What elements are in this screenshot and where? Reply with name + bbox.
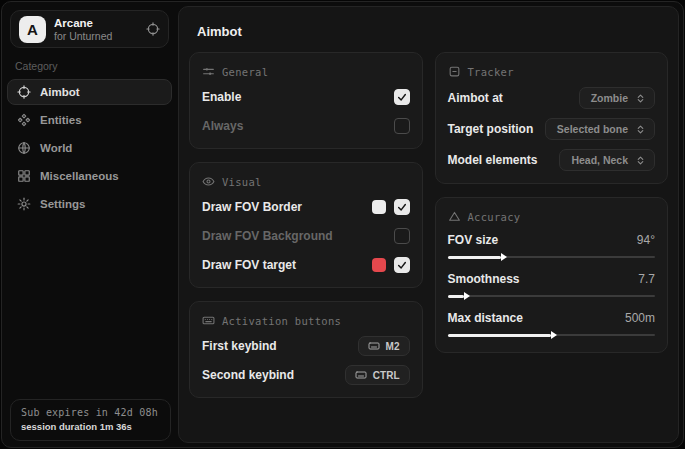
sidebar-item-miscellaneous[interactable]: Miscellaneous (7, 163, 172, 189)
entities-icon (17, 113, 31, 127)
select-value: Selected bone (557, 123, 628, 135)
left-column: General Enable Always (189, 52, 423, 398)
setting-label: Draw FOV Background (202, 229, 333, 243)
setting-row-target-position: Target position Selected bone (448, 118, 656, 140)
session-duration-text: session duration 1m 36s (21, 421, 160, 432)
setting-row-second-keybind: Second keybind CTRL (202, 365, 410, 385)
sidebar-item-entities[interactable]: Entities (7, 107, 172, 133)
setting-row-first-keybind: First keybind M2 (202, 336, 410, 356)
app-window: A Arcane for Unturned Category Aimbot (1, 1, 684, 448)
right-column: Tracker Aimbot at Zombie Target position (435, 52, 669, 353)
select-value: Head, Neck (571, 154, 628, 166)
setting-label: Second keybind (202, 368, 294, 382)
setting-label: Target position (448, 122, 534, 136)
card-title: Accuracy (468, 211, 521, 223)
chevrons-up-down-icon (635, 93, 646, 104)
sidebar: A Arcane for Unturned Category Aimbot (2, 2, 177, 447)
sub-expires-text: Sub expires in 42d 08h (21, 407, 160, 418)
aimbot-at-select[interactable]: Zombie (579, 87, 655, 109)
check-icon (397, 202, 407, 212)
card-title: Visual (222, 176, 262, 188)
model-elements-select[interactable]: Head, Neck (559, 149, 655, 171)
setting-label: Aimbot at (448, 91, 503, 105)
crosshair-icon (17, 85, 31, 99)
category-label: Category (15, 60, 177, 72)
color-swatch[interactable] (372, 258, 386, 272)
keybind-value: M2 (386, 341, 400, 352)
sliders-icon (202, 65, 215, 78)
setting-row-fov-border: Draw FOV Border (202, 197, 410, 217)
slider-fill[interactable] (448, 334, 552, 337)
setting-row-enable: Enable (202, 87, 410, 107)
fov-border-checkbox[interactable] (394, 199, 410, 215)
accuracy-card: Accuracy FOV size 94° (435, 197, 669, 353)
slider-fill[interactable] (448, 295, 465, 298)
sidebar-item-world[interactable]: World (7, 135, 172, 161)
card-title: General (222, 66, 268, 78)
sidebar-item-label: Settings (40, 198, 85, 210)
always-checkbox[interactable] (394, 118, 410, 134)
main-panel: Aimbot General Enable (178, 6, 679, 443)
slider-fill[interactable] (448, 256, 502, 259)
setting-row-fov-size: FOV size 94° (448, 233, 656, 262)
check-icon (397, 260, 407, 270)
card-title: Activation buttons (222, 315, 341, 327)
grid-icon (17, 169, 31, 183)
app-logo-letter: A (27, 21, 38, 38)
globe-icon (17, 141, 31, 155)
triangle-icon (448, 210, 461, 223)
activation-buttons-card: Activation buttons First keybind M2 Seco… (189, 301, 423, 398)
keyboard-icon (202, 314, 215, 327)
page-title: Aimbot (197, 24, 668, 39)
fov-target-checkbox[interactable] (394, 257, 410, 273)
setting-row-smoothness: Smoothness 7.7 (448, 272, 656, 301)
setting-value: 94° (637, 233, 655, 247)
focus-icon (448, 65, 461, 78)
setting-row-fov-target: Draw FOV target (202, 255, 410, 275)
sidebar-item-aimbot[interactable]: Aimbot (7, 79, 172, 105)
max-distance-slider[interactable] (448, 330, 656, 340)
setting-label: Draw FOV Border (202, 200, 302, 214)
sidebar-item-settings[interactable]: Settings (7, 191, 172, 217)
setting-value: 7.7 (638, 272, 655, 286)
sidebar-item-label: Aimbot (40, 86, 80, 98)
setting-label: Model elements (448, 153, 538, 167)
app-name: Arcane (54, 17, 112, 29)
tracker-card: Tracker Aimbot at Zombie Target position (435, 52, 669, 184)
keybind-value: CTRL (373, 370, 400, 381)
sidebar-nav: Aimbot Entities World Miscellaneous (2, 79, 177, 217)
slider-track (448, 295, 656, 297)
first-keybind-button[interactable]: M2 (358, 336, 410, 356)
app-logo: A (19, 16, 46, 43)
keyboard-icon (355, 369, 367, 381)
color-swatch[interactable] (372, 200, 386, 214)
general-card: General Enable Always (189, 52, 423, 149)
target-position-select[interactable]: Selected bone (545, 118, 655, 140)
check-icon (397, 92, 407, 102)
setting-row-aimbot-at: Aimbot at Zombie (448, 87, 656, 109)
subscription-info: Sub expires in 42d 08h session duration … (10, 399, 171, 441)
chevrons-up-down-icon (635, 155, 646, 166)
crosshair-icon[interactable] (146, 22, 160, 36)
setting-label: Smoothness (448, 272, 520, 286)
smoothness-slider[interactable] (448, 291, 656, 301)
sidebar-item-label: Entities (40, 114, 82, 126)
setting-row-always: Always (202, 116, 410, 136)
setting-row-fov-background: Draw FOV Background (202, 226, 410, 246)
setting-row-max-distance: Max distance 500m (448, 311, 656, 340)
enable-checkbox[interactable] (394, 89, 410, 105)
card-title: Tracker (468, 66, 514, 78)
select-value: Zombie (591, 92, 628, 104)
setting-label: Max distance (448, 311, 523, 325)
keyboard-icon (368, 340, 380, 352)
chevrons-up-down-icon (635, 124, 646, 135)
setting-label: Draw FOV target (202, 258, 296, 272)
app-header: A Arcane for Unturned (10, 10, 169, 48)
fov-background-checkbox[interactable] (394, 228, 410, 244)
second-keybind-button[interactable]: CTRL (345, 365, 410, 385)
eye-icon (202, 175, 215, 188)
app-subtitle: for Unturned (54, 30, 112, 42)
fov-size-slider[interactable] (448, 252, 656, 262)
gear-icon (17, 197, 31, 211)
setting-label: Enable (202, 90, 241, 104)
